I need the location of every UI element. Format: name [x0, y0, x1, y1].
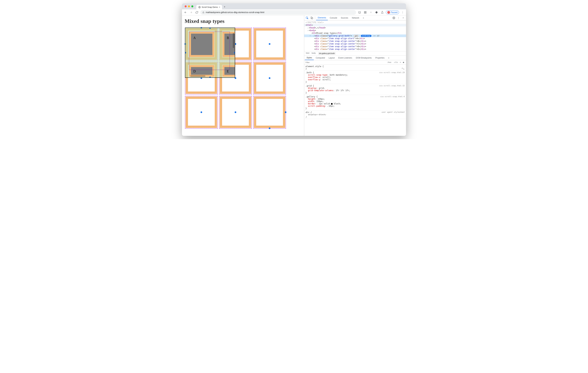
minimize-window-button[interactable]	[188, 5, 190, 7]
dom-node[interactable]: <div class="item snap-align-center">D</d…	[304, 45, 406, 48]
snap-cell	[219, 96, 252, 129]
scroll-snap-badge[interactable]: scroll-snap	[361, 35, 371, 37]
browser-tab[interactable]: Scroll Snap Demo ×	[196, 5, 222, 9]
device-toggle-icon[interactable]	[310, 16, 314, 20]
profile-paused-badge[interactable]: Paused	[386, 11, 399, 14]
address-bar[interactable]: mathiasbynens.github.io/css-dbg-stories/…	[200, 10, 356, 15]
snap-cell	[253, 62, 286, 95]
dom-node[interactable]: <div class="item snap-align-center">C</d…	[304, 43, 406, 45]
extensions-icon[interactable]	[374, 10, 379, 15]
avatar-icon	[387, 11, 390, 14]
close-tab-icon[interactable]: ×	[219, 6, 220, 8]
close-window-button[interactable]	[185, 5, 187, 7]
paused-label: Paused	[391, 11, 398, 13]
scroll-padding-overlay	[189, 32, 230, 70]
svg-rect-1	[203, 12, 204, 13]
settings-icon[interactable]	[392, 16, 396, 20]
tab-sources[interactable]: Sources	[339, 16, 350, 20]
globe-icon	[198, 6, 201, 8]
selected-dom-node[interactable]: ⋯ <div class="gallery grid both"> grid s…	[304, 34, 406, 37]
tab-title: Scroll Snap Demo	[202, 6, 218, 8]
forward-button[interactable]	[189, 10, 193, 15]
svg-rect-5	[364, 12, 365, 13]
font-icon[interactable]: AA	[401, 67, 404, 70]
scrollbar-vertical[interactable]	[233, 33, 234, 48]
breadcrumb-item[interactable]: html	[306, 52, 309, 55]
lock-icon	[202, 11, 204, 13]
panel-toggle-icon[interactable]: ▣	[402, 61, 405, 64]
new-tab-button[interactable]: +	[222, 4, 227, 9]
window-titlebar: Scroll Snap Demo × +	[182, 3, 406, 9]
devtools-tabstrip: Elements Console Sources Network » ⋮ ×	[304, 15, 406, 21]
subtab-dom-breakpoints[interactable]: DOM Breakpoints	[354, 56, 373, 60]
subtab-properties[interactable]: Properties	[374, 56, 386, 60]
inspect-icon[interactable]	[305, 16, 309, 20]
page-heading: Mixed snap types	[185, 18, 302, 24]
url-text: mathiasbynens.github.io/css-dbg-stories/…	[206, 11, 264, 13]
dom-node[interactable]: <div class="item snap-align-center">B</d…	[304, 40, 406, 43]
more-tabs-icon[interactable]: »	[361, 16, 366, 20]
tab-console[interactable]: Console	[328, 16, 339, 20]
qr-icon[interactable]	[363, 10, 368, 15]
svg-rect-4	[366, 11, 367, 12]
page-viewport: Mixed snap types A	[182, 15, 304, 136]
scrollbar-horizontal[interactable]	[190, 75, 205, 77]
dom-node[interactable]: <div class="item snap-align-start">A</di…	[304, 37, 406, 40]
menu-button[interactable]: ⋮	[400, 10, 405, 15]
cls-button[interactable]: .cls	[392, 61, 399, 64]
snap-cell	[253, 28, 286, 60]
styles-filter-row: :hov .cls + ▣	[304, 60, 406, 64]
star-icon[interactable]: ☆	[369, 10, 373, 15]
traffic-lights	[183, 5, 195, 7]
dom-node[interactable]: <div class="item snap-align-center">E</d…	[304, 48, 406, 51]
tab-network[interactable]: Network	[350, 16, 361, 20]
grid-badge[interactable]: grid	[354, 35, 359, 37]
maximize-window-button[interactable]	[191, 5, 193, 7]
subtab-computed[interactable]: Computed	[314, 56, 327, 60]
labs-icon[interactable]	[380, 10, 385, 15]
breadcrumb-item[interactable]: body	[312, 52, 316, 55]
scroll-snap-viewport-overlay: A B D E	[185, 28, 235, 78]
styles-pane[interactable]: element.style { } AA css-scroll-snap.htm…	[304, 64, 406, 136]
breadcrumb[interactable]: html body div.gallery.grid.both	[304, 51, 406, 55]
devtools-panel: Elements Console Sources Network » ⋮ × <…	[304, 15, 406, 136]
svg-rect-3	[364, 11, 365, 12]
close-devtools-icon[interactable]: ×	[401, 16, 405, 20]
svg-rect-2	[358, 11, 361, 13]
subtab-event-listeners[interactable]: Event Listeners	[337, 56, 354, 60]
tab-elements[interactable]: Elements	[316, 16, 328, 20]
device-icon[interactable]	[357, 10, 362, 15]
svg-point-10	[393, 18, 394, 18]
snap-cell	[185, 96, 218, 129]
kebab-icon[interactable]: ⋮	[396, 16, 401, 20]
back-button[interactable]	[183, 10, 188, 15]
subtab-layout[interactable]: Layout	[327, 56, 336, 60]
new-rule-button[interactable]: +	[399, 61, 402, 64]
more-subtabs-icon[interactable]: »	[387, 56, 391, 60]
snap-cell	[253, 96, 286, 129]
dom-tree[interactable]: <!DOCTYPE html> <html> <head>…</head> <b…	[304, 21, 406, 51]
styles-filter-input[interactable]	[305, 61, 386, 64]
breadcrumb-item[interactable]: div.gallery.grid.both	[318, 52, 336, 55]
styles-subtabs: Styles Computed Layout Event Listeners D…	[304, 55, 406, 60]
toolbar: mathiasbynens.github.io/css-dbg-stories/…	[182, 9, 406, 15]
hov-button[interactable]: :hov	[386, 61, 392, 64]
subtab-styles[interactable]: Styles	[305, 56, 314, 60]
reload-button[interactable]	[195, 10, 199, 15]
svg-rect-6	[366, 12, 367, 13]
